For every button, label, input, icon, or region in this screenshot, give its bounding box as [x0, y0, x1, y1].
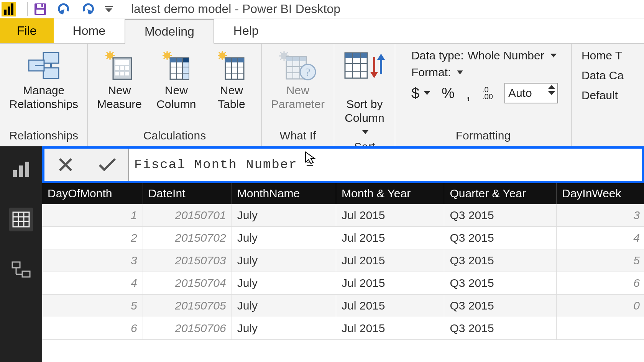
new-measure-button[interactable]: New Measure [95, 46, 144, 113]
undo-icon[interactable] [58, 3, 71, 16]
col-dayofmonth[interactable]: DayOfMonth [42, 183, 143, 204]
parameter-icon: ? [279, 49, 317, 84]
table-row[interactable]: 420150704JulyJul 2015Q3 20156 [42, 272, 644, 295]
cell-monthyear: Jul 2015 [336, 295, 444, 317]
cell-dayofmonth: 6 [42, 317, 143, 340]
tab-help[interactable]: Help [214, 18, 278, 43]
table-row[interactable]: 120150701JulyJul 2015Q3 20153 [42, 204, 644, 227]
column-icon [161, 49, 192, 84]
new-column-button[interactable]: New Column [153, 46, 199, 113]
cell-quarteryear: Q3 2015 [444, 272, 557, 295]
datatype-value: Whole Number [468, 49, 544, 62]
new-parameter-button[interactable]: ? New Parameter [269, 46, 327, 113]
tab-home[interactable]: Home [54, 18, 125, 43]
quick-access-toolbar [34, 3, 113, 16]
manage-relationships-button[interactable]: Manage Relationships [7, 46, 80, 113]
thousands-button[interactable]: , [466, 84, 471, 103]
table-row[interactable]: 320150703JulyJul 2015Q3 20155 [42, 249, 644, 272]
formula-input[interactable]: Fiscal Month Number = [129, 149, 642, 181]
svg-rect-3 [36, 10, 44, 14]
cell-monthname: July [232, 272, 336, 295]
table-row[interactable]: 620150706JulyJul 2015Q3 2015 [42, 317, 644, 340]
format-dropdown[interactable]: Format: [411, 66, 558, 79]
currency-button[interactable]: $ [411, 85, 430, 102]
group-label-calculations: Calculations [143, 129, 206, 144]
cell-dateint: 20150701 [143, 204, 232, 227]
group-label-formatting: Formatting [402, 129, 564, 144]
currency-icon: $ [411, 85, 419, 102]
cell-dayofmonth: 4 [42, 272, 143, 295]
cell-monthname: July [232, 204, 336, 227]
group-properties: Home T Data Ca Default [572, 44, 630, 146]
model-view-button[interactable] [9, 258, 33, 282]
home-table-dropdown[interactable]: Home T [582, 49, 624, 62]
group-sort: Sort by Column Sort [334, 44, 395, 146]
cell-dateint: 20150703 [143, 249, 232, 272]
cell-quarteryear: Q3 2015 [444, 249, 557, 272]
data-view-button[interactable] [9, 208, 33, 231]
cell-monthname: July [232, 249, 336, 272]
table-row[interactable]: 220150702JulyJul 2015Q3 20154 [42, 227, 644, 249]
percent-icon: % [442, 85, 455, 101]
cell-dayofmonth: 3 [42, 249, 143, 272]
data-category-dropdown[interactable]: Data Ca [582, 69, 624, 82]
relationships-view-icon [11, 260, 31, 280]
group-label-whatif: What If [279, 129, 316, 144]
new-table-button[interactable]: New Table [209, 46, 255, 113]
tab-modeling[interactable]: Modeling [125, 19, 214, 44]
save-icon[interactable] [34, 3, 47, 16]
decimal-places-stepper[interactable]: Auto [504, 83, 558, 103]
sort-by-column-text: Sort by Column [345, 98, 384, 124]
col-monthname[interactable]: MonthName [232, 183, 336, 204]
formula-bar: Fiscal Month Number = [42, 146, 644, 183]
svg-text:?: ? [305, 66, 310, 78]
formula-cancel-button[interactable] [54, 153, 77, 176]
col-dayinweek[interactable]: DayInWeek [556, 183, 644, 204]
cell-dayinweek: 6 [556, 272, 644, 295]
new-parameter-label: New Parameter [271, 84, 325, 111]
cell-dateint: 20150702 [143, 227, 232, 249]
svg-rect-17 [115, 60, 129, 65]
svg-rect-19 [120, 66, 124, 70]
view-rail [0, 146, 42, 362]
datatype-dropdown[interactable]: Data type: Whole Number [411, 49, 558, 62]
svg-rect-43 [225, 58, 244, 62]
default-label: Default [582, 89, 618, 102]
cell-quarteryear: Q3 2015 [444, 204, 557, 227]
content: Fiscal Month Number = DayOfMonth DateInt… [42, 146, 644, 362]
svg-rect-72 [19, 165, 23, 177]
redo-icon[interactable] [81, 3, 94, 16]
svg-rect-21 [115, 72, 119, 75]
tab-file[interactable]: File [0, 18, 54, 43]
sort-by-column-label: Sort by Column [345, 84, 384, 139]
report-view-button[interactable] [9, 157, 33, 181]
titlebar: latest demo model - Power BI Desktop [0, 0, 644, 18]
col-quarteryear[interactable]: Quarter & Year [444, 183, 557, 204]
table-row[interactable]: 520150705JulyJul 2015Q3 20150 [42, 295, 644, 317]
col-monthyear[interactable]: Month & Year [336, 183, 444, 204]
sort-by-column-button[interactable]: Sort by Column [341, 46, 388, 140]
cell-dateint: 20150704 [143, 272, 232, 295]
percent-button[interactable]: % [442, 85, 455, 102]
svg-rect-20 [125, 66, 129, 70]
formula-commit-button[interactable] [96, 153, 119, 176]
cell-dateint: 20150706 [143, 317, 232, 340]
manage-relationships-label: Manage Relationships [9, 84, 78, 111]
default-summarization-dropdown[interactable]: Default [582, 89, 624, 102]
svg-rect-32 [182, 58, 189, 62]
cell-monthyear: Jul 2015 [336, 249, 444, 272]
datatype-label: Data type: [411, 49, 464, 62]
window-title: latest demo model - Power BI Desktop [131, 2, 340, 16]
check-icon [98, 157, 117, 173]
data-category-label: Data Ca [582, 69, 624, 82]
qat-dropdown-icon[interactable] [105, 6, 113, 12]
svg-marker-68 [370, 72, 378, 78]
relationships-icon [26, 49, 61, 84]
home-table-label: Home T [582, 49, 622, 62]
table-view-icon [11, 209, 31, 230]
col-dateint[interactable]: DateInt [143, 183, 232, 204]
group-relationships: Manage Relationships Relationships [0, 44, 88, 146]
comma-icon: , [466, 84, 471, 102]
main-area: Fiscal Month Number = DayOfMonth DateInt… [0, 146, 644, 362]
cell-quarteryear: Q3 2015 [444, 317, 557, 340]
